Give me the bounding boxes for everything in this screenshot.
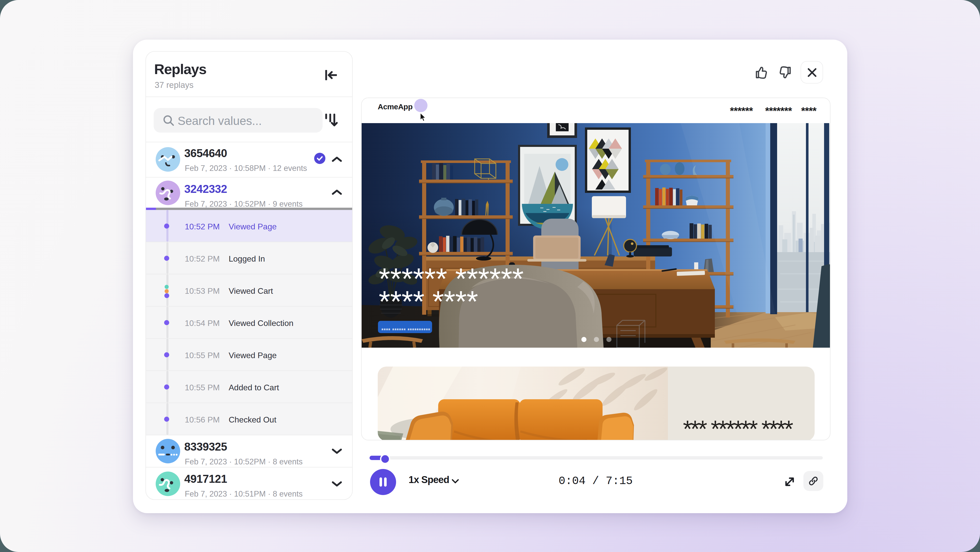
svg-text:**** ****** **********: **** ****** ********** (381, 327, 430, 334)
svg-text:*** ****** ****: *** ****** **** (683, 416, 793, 440)
svg-text:**** ****: **** **** (379, 285, 478, 318)
